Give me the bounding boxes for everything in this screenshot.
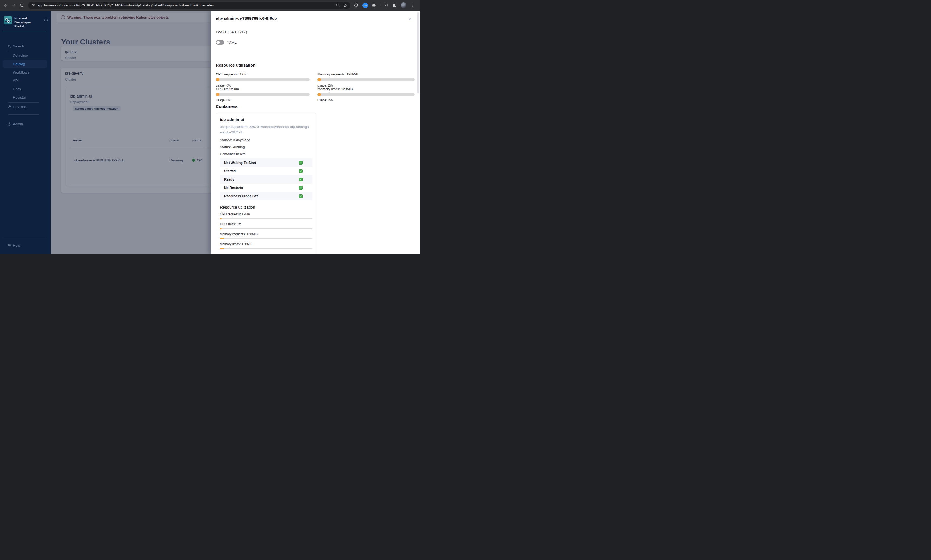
progress-bar [220, 238, 312, 239]
bookmark-star-icon[interactable] [343, 3, 347, 8]
help-chat-icon: ? [8, 243, 12, 248]
sidebar-item-api[interactable]: API [0, 77, 51, 85]
progress-bar [318, 78, 415, 82]
progress-bar [216, 93, 310, 96]
ru-memory-limits: Memory limits: 128MiB usage: 2% [318, 87, 415, 102]
sidebar: Internal Developer Portal Search [0, 11, 51, 254]
progress-fill [318, 78, 321, 82]
bar-label: Memory limits: 128MiB [220, 242, 312, 246]
site-settings-icon[interactable] [31, 3, 35, 7]
url-text[interactable]: app.harness.io/ng/account/vpCkHKsDSxK9_K… [37, 3, 333, 7]
container-started: Started: 3 days ago [220, 138, 312, 142]
ru-cpu-limits: CPU limits: 0m usage: 0% [216, 87, 310, 102]
harness-idp-logo-icon [4, 16, 12, 24]
sidebar-item-overview[interactable]: Overview [0, 52, 51, 60]
svg-text:?: ? [9, 244, 9, 246]
progress-bar [220, 248, 312, 249]
container-image[interactable]: us.gcr.io/platform-205701/harness/harnes… [220, 124, 309, 135]
drawer-scrollbar[interactable] [417, 12, 419, 93]
sidebar-item-workflows[interactable]: Workflows [0, 68, 51, 76]
sidebar-item-catalog[interactable]: Catalog [3, 60, 48, 68]
check-icon: ✓ [299, 194, 303, 198]
bar-label: Memory requests: 128MiB [220, 232, 312, 236]
container-health-table: Not Waiting To Start ✓ Started ✓ Ready ✓… [220, 158, 312, 200]
containers-title: Containers [216, 104, 237, 109]
screen: app.harness.io/ng/account/vpCkHKsDSxK9_K… [0, 0, 420, 254]
container-name: idp-admin-ui [220, 117, 312, 122]
toolbar-extensions: zm [354, 2, 417, 8]
progress-bar [318, 93, 415, 96]
wrench-icon [8, 105, 11, 109]
search-icon [8, 45, 11, 48]
sidebar-item-register[interactable]: Register [0, 94, 51, 102]
media-controls-icon[interactable] [384, 3, 388, 8]
sidebar-item-docs[interactable]: Docs [0, 85, 51, 93]
app-logo[interactable]: Internal Developer Portal [4, 16, 48, 28]
health-row: Readiness Probe Set ✓ [220, 192, 312, 200]
sidebar-item-admin[interactable]: Admin [0, 120, 51, 128]
container-status: Status: Running [220, 145, 312, 149]
progress-fill [220, 238, 224, 239]
yaml-toggle-label: YAML [227, 40, 237, 45]
extensions-puzzle-icon[interactable] [371, 3, 376, 8]
health-row: Not Waiting To Start ✓ [220, 158, 312, 167]
ru-memory-requests: Memory requests: 128MiB usage: 2% [318, 72, 415, 87]
zoom-extension-icon[interactable]: zm [362, 3, 368, 8]
sidebar-item-help[interactable]: ? Help [0, 242, 51, 249]
yaml-toggle[interactable] [216, 40, 224, 45]
health-row: Started ✓ [220, 167, 312, 175]
container-resource-title: Resource utilization [220, 205, 312, 209]
progress-fill [220, 228, 222, 229]
sidebar-divider-teal [3, 32, 47, 32]
sidebar-title: Internal Developer Portal [14, 16, 39, 28]
drawer-title: idp-admin-ui-7889789fc6-9f6cb [216, 16, 277, 21]
app-grid-icon[interactable] [44, 17, 48, 22]
sidebar-divider [8, 114, 39, 115]
pod-details-drawer: idp-admin-ui-7889789fc6-9f6cb ✕ Pod (10.… [211, 11, 420, 254]
browser-menu-icon[interactable] [410, 3, 414, 7]
progress-fill [220, 218, 222, 219]
check-icon: ✓ [299, 161, 303, 165]
health-row: Ready ✓ [220, 175, 312, 183]
check-icon: ✓ [299, 169, 303, 173]
extension-spinner-icon[interactable] [354, 3, 359, 8]
container-health-title: Container health [220, 152, 312, 156]
forward-icon[interactable] [10, 2, 18, 9]
sidebar-divider [4, 238, 47, 238]
close-icon[interactable]: ✕ [408, 17, 412, 22]
app-area: Internal Developer Portal Search [0, 11, 420, 254]
progress-bar [220, 228, 312, 229]
container-card: idp-admin-ui us.gcr.io/platform-205701/h… [216, 113, 316, 254]
sidebar-item-search[interactable]: Search [0, 42, 51, 50]
zoom-out-icon[interactable] [336, 3, 340, 7]
toggle-knob [216, 41, 220, 44]
browser-profile-avatar[interactable] [401, 2, 407, 8]
progress-bar [216, 78, 310, 82]
check-icon: ✓ [299, 178, 303, 182]
sidebar-item-devtools[interactable]: DevTools [0, 103, 51, 111]
sidebar-divider [8, 102, 39, 103]
bar-label: CPU limits: 0m [220, 222, 312, 226]
sidebar-user[interactable]: DP Debabrata Panigrahi [0, 253, 51, 254]
sidebar-divider [8, 51, 39, 51]
health-row: No Restarts ✓ [220, 183, 312, 192]
gear-icon [8, 122, 12, 126]
back-icon[interactable] [2, 2, 10, 9]
progress-bar [220, 218, 312, 219]
progress-fill [318, 93, 321, 96]
ru-cpu-requests: CPU requests: 128m usage: 0% [216, 72, 310, 87]
reload-icon[interactable] [18, 2, 26, 9]
url-bar[interactable]: app.harness.io/ng/account/vpCkHKsDSxK9_K… [28, 2, 350, 9]
progress-fill [220, 248, 224, 249]
side-panel-icon[interactable] [392, 3, 397, 8]
progress-fill [216, 78, 219, 82]
browser-toolbar: app.harness.io/ng/account/vpCkHKsDSxK9_K… [0, 0, 420, 11]
resource-utilization-title: Resource utilization [216, 63, 256, 68]
check-icon: ✓ [299, 186, 303, 190]
progress-fill [216, 93, 219, 96]
bar-label: CPU requests: 128m [220, 212, 312, 216]
pod-subtitle: Pod (10.64.10.217) [216, 30, 247, 34]
yaml-toggle-row: YAML [216, 40, 237, 45]
